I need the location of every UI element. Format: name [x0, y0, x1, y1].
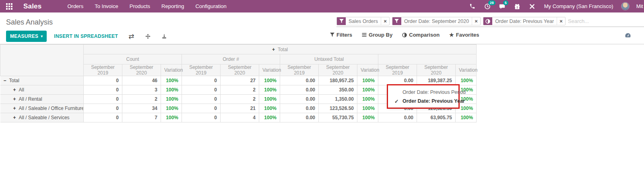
search-input[interactable] — [568, 18, 644, 24]
pivot-cell: 0 — [84, 76, 122, 85]
favorites-button[interactable]: ★ Favorites — [449, 32, 479, 38]
insert-in-spreadsheet-button[interactable]: INSERT IN SPREADSHEET — [54, 33, 118, 39]
flip-axis-icon[interactable]: ⇄ — [128, 33, 134, 40]
activity-badge: 28 — [488, 0, 495, 5]
phone-icon[interactable] — [467, 0, 478, 12]
variation-cell: 100% — [357, 95, 378, 104]
pivot-cell: 350.00 — [319, 85, 357, 95]
gift-icon[interactable] — [512, 0, 522, 12]
pivot-view: +TotalCountOrder #Untaxed TotalSeptember… — [0, 44, 644, 122]
pivot-cell: 0.00 — [280, 113, 319, 122]
nav-menu-reporting[interactable]: Reporting — [156, 0, 190, 12]
filter-facet-icon — [337, 17, 346, 25]
variation-cell: 100% — [357, 113, 378, 122]
pivot-row-header-all-saleable-office-furniture[interactable]: +All / Saleable / Office Furniture — [0, 104, 84, 113]
facet-label: Sales Orders — [346, 17, 381, 25]
comparison-option-order-date-previous-period[interactable]: Order Date: Previous Period — [388, 88, 458, 97]
comparison-button[interactable]: Comparison — [402, 32, 440, 38]
expand-plus-icon[interactable]: + — [13, 115, 16, 120]
pivot-cell: 3 — [122, 85, 161, 95]
variation-cell: 100% — [357, 104, 378, 113]
gauge-icon[interactable] — [625, 32, 631, 39]
nav-menu-products[interactable]: Products — [124, 0, 156, 12]
expand-plus-icon[interactable]: + — [13, 106, 16, 111]
facet-remove-icon[interactable]: × — [557, 17, 565, 25]
expand-plus-icon[interactable]: + — [13, 96, 16, 102]
facet-remove-icon[interactable]: × — [381, 17, 389, 25]
user-avatar[interactable] — [621, 2, 630, 10]
download-icon[interactable] — [161, 33, 167, 39]
pivot-subcol-header-september-2019[interactable]: September 2019 — [280, 64, 319, 76]
search-bar: Sales Orders×Order Date: September 2020×… — [336, 17, 644, 27]
pivot-corner-cell — [0, 45, 84, 76]
comparison-facet-icon — [483, 17, 492, 25]
pivot-cell: 0 — [84, 113, 122, 122]
pivot-cell: 123,526.50 — [319, 104, 357, 113]
top-navbar: Sales OrdersTo InvoiceProductsReportingC… — [0, 0, 644, 12]
pivot-subcol-header-variation[interactable]: Variation — [456, 64, 477, 76]
pivot-cell: 2 — [221, 85, 259, 95]
activity-clock-icon[interactable]: 28 — [482, 0, 493, 12]
search-facets: Sales Orders×Order Date: September 2020×… — [336, 17, 568, 25]
expand-all-icon[interactable] — [145, 33, 151, 39]
favorites-label: Favorites — [456, 32, 479, 38]
pivot-cell: 0 — [182, 104, 221, 113]
nav-menu-orders[interactable]: Orders — [62, 0, 89, 12]
nav-menu-configuration[interactable]: Configuration — [190, 0, 232, 12]
pivot-subcol-header-september-2019[interactable]: September 2019 — [84, 64, 122, 76]
row-label: All / Rental — [19, 96, 42, 102]
filters-button[interactable]: Filters — [330, 32, 352, 38]
page-title: Sales Analysis — [6, 18, 53, 27]
pivot-measure-header-order[interactable]: Order # — [182, 54, 280, 64]
collapse-minus-icon[interactable]: − — [4, 78, 6, 83]
pivot-subcol-header-september-2020[interactable]: September 2020 — [221, 64, 259, 76]
variation-cell: 100% — [357, 76, 378, 85]
pivot-subcol-header-september-2020[interactable]: September 2020 — [417, 64, 456, 76]
pivot-cell: 0 — [182, 95, 221, 104]
comparison-icon — [402, 33, 407, 37]
nav-menu-to-invoice[interactable]: To Invoice — [89, 0, 124, 12]
pivot-row-header-all[interactable]: +All — [0, 85, 84, 95]
expand-plus-icon[interactable]: + — [13, 87, 16, 93]
pivot-subcol-header-variation[interactable]: Variation — [259, 64, 280, 76]
tools-icon[interactable] — [527, 0, 537, 12]
user-name[interactable]: Mit — [636, 3, 643, 9]
navbar-right: 28 5 My Company (San Francisco) Mit — [467, 0, 644, 12]
pivot-row-header-total[interactable]: −Total — [0, 76, 84, 85]
pivot-subcol-header-september-2020[interactable]: September 2020 — [122, 64, 161, 76]
pivot-row-header-all-saleable-services[interactable]: +All / Saleable / Services — [0, 113, 84, 122]
pivot-toolbar: MEASURES ▾ INSERT IN SPREADSHEET ⇄ — [6, 31, 167, 42]
pivot-subcol-header-september-2020[interactable]: September 2020 — [319, 64, 357, 76]
expand-plus-icon[interactable]: + — [272, 47, 275, 52]
group-by-button[interactable]: Group By — [362, 32, 392, 38]
variation-cell: 100% — [161, 95, 182, 104]
pivot-row-header-all-rental[interactable]: +All / Rental — [0, 95, 84, 104]
comparison-option-order-date-previous-year[interactable]: Order Date: Previous Year✓ — [388, 97, 458, 106]
pivot-measure-header[interactable] — [378, 54, 477, 64]
pivot-subcol-header-variation[interactable]: Variation — [357, 64, 378, 76]
pivot-cell: 4 — [221, 113, 259, 122]
company-switcher[interactable]: My Company (San Francisco) — [544, 3, 613, 9]
pivot-total-label: Total — [278, 47, 288, 52]
pivot-measure-header-untaxed-total[interactable]: Untaxed Total — [280, 54, 378, 64]
apps-menu-button[interactable] — [0, 0, 19, 12]
search-options: Filters Group By Comparison ★ Favorites — [330, 32, 479, 38]
variation-cell: 100% — [161, 76, 182, 85]
pivot-cell: 27 — [221, 76, 259, 85]
pivot-column-total-header[interactable]: +Total — [84, 45, 477, 54]
pivot-subcol-header-september-2019[interactable]: September 2019 — [378, 64, 417, 76]
variation-cell: 100% — [456, 113, 477, 122]
pivot-subcol-header-september-2019[interactable]: September 2019 — [182, 64, 221, 76]
filters-label: Filters — [336, 32, 352, 38]
measures-button[interactable]: MEASURES ▾ — [6, 31, 47, 42]
facet-remove-icon[interactable]: × — [472, 17, 480, 25]
facet-label: Order Date: September 2020 — [401, 17, 472, 25]
pivot-cell: 7 — [122, 113, 161, 122]
app-title[interactable]: Sales — [23, 2, 41, 10]
pivot-cell: 0.00 — [280, 104, 319, 113]
pivot-cell: 21 — [221, 104, 259, 113]
pivot-subcol-header-variation[interactable]: Variation — [161, 64, 182, 76]
variation-cell: 100% — [161, 113, 182, 122]
messages-icon[interactable]: 5 — [497, 0, 508, 12]
pivot-measure-header-count[interactable]: Count — [84, 54, 182, 64]
